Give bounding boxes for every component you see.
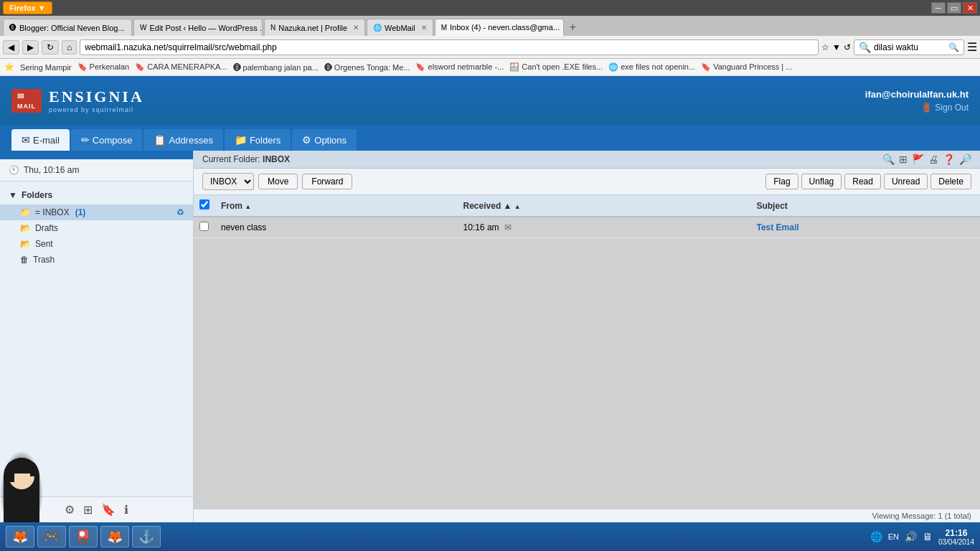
email-subject-link[interactable]: Test Email [756, 222, 798, 232]
sidebar-item-sent[interactable]: 📂 Sent [0, 236, 193, 252]
inbox-count: (1) [75, 207, 86, 217]
logo-title: ENSIGNIA [49, 88, 144, 106]
folder-select[interactable]: INBOX [202, 173, 254, 190]
tab-3-close[interactable]: ✕ [421, 24, 427, 32]
compose-tab-icon: ✏ [81, 134, 90, 146]
bookmark-perkenalan[interactable]: 🔖 Perkenalan [77, 62, 130, 72]
row-checkbox[interactable] [199, 222, 209, 231]
tab-0-label: Blogger: Official Neven Blog... [19, 24, 125, 32]
close-button[interactable]: ✕ [963, 2, 977, 14]
minimize-button[interactable]: ─ [931, 2, 946, 14]
bookmark2-icon[interactable]: 🔖 [101, 503, 116, 517]
email-tab-icon: ✉ [22, 134, 30, 146]
subject-header[interactable]: Subject [750, 195, 980, 217]
trash-folder-icon: 🗑 [20, 255, 29, 265]
tab-2-close[interactable]: ✕ [353, 24, 359, 32]
bookmark-vanguard[interactable]: 🔖 Vanguard Princess | ... [701, 62, 792, 72]
network-tray-icon[interactable]: 🌐 [870, 531, 882, 542]
forward-button[interactable]: Forward [302, 174, 352, 189]
move-button[interactable]: Move [258, 174, 298, 189]
restore-button[interactable]: ▭ [947, 2, 961, 14]
folders-tab-icon: 📁 [235, 134, 247, 146]
tab-folders[interactable]: 📁 Folders [225, 129, 291, 151]
tab-4[interactable]: M Inbox (4) - neven.class@gma... ✕ [435, 19, 564, 36]
mail-icon-box: ✉ MAIL [11, 89, 42, 113]
system-tray-icon[interactable]: 🖥 [923, 531, 933, 542]
refresh-inbox-icon[interactable]: ♻ [176, 207, 184, 217]
taskbar-browser2[interactable]: 🦊 [100, 526, 129, 547]
home-button[interactable]: ⌂ [62, 40, 77, 55]
sidebar-item-trash[interactable]: 🗑 Trash [0, 252, 193, 268]
volume-tray-icon[interactable]: 🔊 [905, 531, 917, 542]
main-panel: Current Folder: INBOX 🔍 ⊞ 🚩 🖨 ❓ 🔎 INBOX … [194, 151, 980, 522]
sign-out-button[interactable]: Sign Out [935, 103, 969, 113]
nav-bar: ◀ ▶ ↻ ⌂ ☆ ▼ ↺ 🔍 🔍 ☰ [0, 36, 980, 59]
tab-3[interactable]: 🌐 WebMail ✕ [367, 19, 433, 36]
received-header[interactable]: Received ▲ [458, 195, 751, 217]
delete-button[interactable]: Delete [930, 174, 971, 189]
sidebar-header [0, 151, 193, 159]
sidebar-folders: ▼ Folders 📁 = INBOX (1) ♻ 📂 Drafts 📂 Sen… [0, 182, 193, 272]
tab-email[interactable]: ✉ E-mail [11, 129, 70, 151]
sent-label: Sent [35, 239, 53, 249]
taskbar-app5[interactable]: ⚓ [132, 526, 161, 547]
clock-area: 21:16 03/04/2014 [938, 528, 974, 546]
unread-button[interactable]: Unread [884, 174, 928, 189]
bookmark-sering-mampir[interactable]: Sering Mampir [20, 63, 72, 72]
taskbar-game2[interactable]: 🎴 [69, 526, 98, 547]
bookmark-exe[interactable]: 🪟 Can't open .EXE files... [509, 62, 603, 72]
tab-1[interactable]: W Edit Post ‹ Hello — WordPress ... ✕ [133, 19, 263, 36]
layout-icon[interactable]: ⊞ [83, 503, 93, 517]
new-tab-button[interactable]: + [565, 21, 580, 34]
tab-3-icon: 🌐 [373, 24, 382, 32]
tab-0-close[interactable]: ✕ [131, 24, 132, 32]
tab-compose[interactable]: ✏ Compose [71, 129, 143, 151]
toolbar-zoom-icon[interactable]: 🔎 [959, 154, 971, 165]
star-icon[interactable]: ☆ [821, 42, 829, 52]
search-input[interactable] [874, 42, 946, 52]
sender-name[interactable]: neven class [221, 222, 266, 232]
refresh-icon[interactable]: ↺ [844, 42, 851, 52]
bookmark-elsword[interactable]: 🔖 elsword netmarble -... [415, 62, 504, 72]
toolbar-columns-icon[interactable]: ⊞ [899, 154, 908, 165]
tab-2[interactable]: N Nazuka.net | Profile ✕ [264, 19, 365, 36]
read-button[interactable]: Read [844, 174, 881, 189]
flag-button[interactable]: Flag [765, 174, 798, 189]
tab-0[interactable]: 🅑 Blogger: Official Neven Blog... ✕ [3, 19, 132, 36]
menu-icon[interactable]: ☰ [967, 40, 977, 54]
from-header[interactable]: From [215, 195, 458, 217]
folder-bar: Current Folder: INBOX 🔍 ⊞ 🚩 🖨 ❓ 🔎 [194, 151, 980, 169]
bookmark-exe2[interactable]: 🌐 exe files not openin... [608, 62, 695, 72]
taskbar-firefox[interactable]: 🦊 [6, 526, 34, 547]
game1-icon: 🎮 [44, 529, 60, 545]
info-icon[interactable]: ℹ [124, 503, 128, 517]
back-button[interactable]: ◀ [3, 40, 19, 55]
toolbar-help-icon[interactable]: ❓ [943, 154, 955, 165]
tab-4-icon: M [441, 24, 447, 32]
select-all-checkbox[interactable] [199, 199, 209, 209]
firefox-menu-button[interactable]: Firefox ▼ [3, 1, 52, 14]
settings-icon[interactable]: ⚙ [65, 503, 75, 517]
bookmark-orgenes[interactable]: 🅑 Orgenes Tonga: Me... [324, 63, 410, 72]
tab-addresses[interactable]: 📋 Addresses [143, 129, 222, 151]
forward-button[interactable]: ▶ [22, 40, 39, 55]
toolbar-print-icon[interactable]: 🖨 [928, 154, 938, 165]
search-button[interactable]: 🔍 [946, 42, 962, 52]
toolbar-flag-icon[interactable]: 🚩 [912, 154, 924, 165]
tab-options[interactable]: ⚙ Options [292, 129, 357, 151]
bookmark-cara[interactable]: 🔖 CARA MENERAPKA... [135, 62, 227, 72]
toolbar-search-icon[interactable]: 🔍 [882, 154, 895, 165]
taskbar-game1[interactable]: 🎮 [37, 526, 66, 547]
address-bar[interactable] [80, 39, 819, 55]
sidebar-item-drafts[interactable]: 📂 Drafts [0, 220, 193, 236]
mail-icon: ✉ [17, 92, 24, 100]
sidebar-item-inbox[interactable]: 📁 = INBOX (1) ♻ [0, 204, 193, 220]
bookmark-palembang[interactable]: 🅑 palembang jalan pa... [233, 63, 319, 72]
sent-folder-icon: 📂 [20, 239, 31, 249]
addresses-tab-label: Addresses [169, 135, 212, 146]
bookmark-icon[interactable]: ▼ [832, 42, 841, 52]
folders-section-header[interactable]: ▼ Folders [0, 186, 193, 204]
unflag-button[interactable]: Unflag [801, 174, 842, 189]
row-check-cell [194, 217, 215, 238]
reload-button[interactable]: ↻ [42, 40, 59, 55]
